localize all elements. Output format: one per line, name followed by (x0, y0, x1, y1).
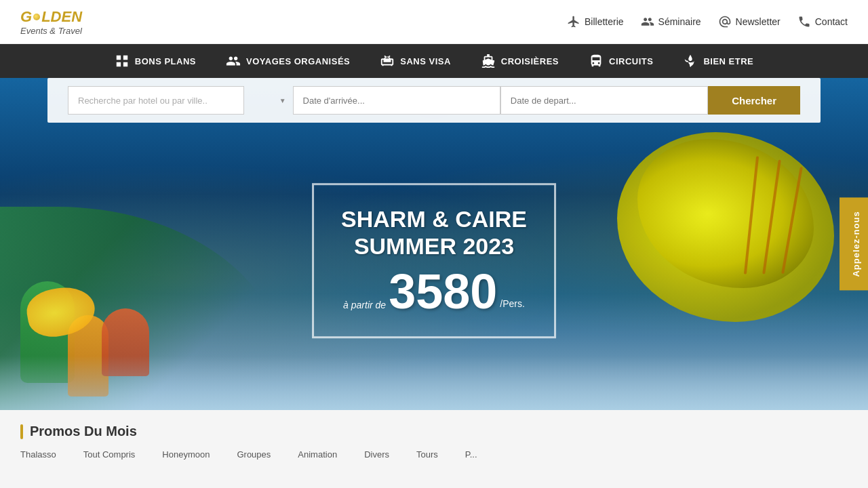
hero-title-line1: SHARM & CAIRE (341, 205, 527, 233)
people-icon (641, 15, 654, 28)
nav-bons-plans[interactable]: BONS PLANS (100, 44, 211, 78)
departure-date-input[interactable] (500, 86, 708, 115)
nav-croisieres[interactable]: CROISIÈRES (466, 44, 574, 78)
nav-circuits[interactable]: CIRCUITS (574, 44, 668, 78)
logo[interactable]: G LDEN Events & Travel (20, 8, 82, 36)
nav-sans-visa[interactable]: SANS VISA (365, 44, 466, 78)
hero-promo-box: SHARM & CAIRE SUMMER 2023 à partir de 35… (312, 183, 556, 339)
hero-section: Recherche par hotel ou par ville.. Cherc… (0, 78, 868, 410)
seminaire-link[interactable]: Séminaire (641, 15, 701, 28)
sofa-icon (380, 54, 395, 68)
call-button-label: Appelez-nous (851, 211, 861, 277)
tab-tout-compris[interactable]: Tout Compris (83, 449, 136, 464)
nav-voyages-organises[interactable]: VOYAGES ORGANISÉS (211, 44, 365, 78)
hero-per-label: /Pers. (500, 298, 525, 316)
bottom-section: Promos Du Mois Thalasso Tout Compris Hon… (0, 410, 868, 488)
arrival-date-input[interactable] (293, 86, 500, 115)
site-header: G LDEN Events & Travel Billetterie Sémin… (0, 0, 868, 44)
logo-tagline: Events & Travel (20, 26, 82, 36)
hotel-search-select[interactable]: Recherche par hotel ou par ville.. (68, 86, 244, 115)
search-button[interactable]: Chercher (708, 86, 800, 115)
tab-thalasso[interactable]: Thalasso (20, 449, 56, 464)
bus-icon (589, 54, 604, 68)
main-navigation: BONS PLANS VOYAGES ORGANISÉS SANS VISA C… (0, 44, 868, 78)
tab-p[interactable]: P... (465, 449, 477, 464)
logo-dot (33, 14, 40, 20)
hero-title-line2: SUMMER 2023 (341, 233, 527, 261)
header-navigation: Billetterie Séminaire Newsletter Contact (567, 15, 848, 28)
people-nav-icon (226, 54, 241, 68)
plane-icon (567, 15, 580, 28)
call-button[interactable]: Appelez-nous (840, 197, 868, 290)
promos-title: Promos Du Mois (20, 424, 848, 439)
hotel-search-wrapper: Recherche par hotel ou par ville.. (68, 86, 293, 115)
logo-brand: G (20, 8, 32, 26)
tab-groupes[interactable]: Groupes (237, 449, 271, 464)
tab-divers[interactable]: Divers (364, 449, 389, 464)
logo-brand-rest: LDEN (41, 8, 82, 26)
tab-tours[interactable]: Tours (416, 449, 438, 464)
newsletter-link[interactable]: Newsletter (718, 15, 781, 28)
hero-price-row: à partir de 3580 /Pers. (341, 267, 527, 316)
promos-tabs: Thalasso Tout Compris Honeymoon Groupes … (20, 449, 848, 464)
hero-from-label: à partir de (343, 300, 386, 310)
promos-bar-accent (20, 424, 23, 439)
hero-price: 3580 (389, 267, 497, 316)
tab-honeymoon[interactable]: Honeymoon (162, 449, 210, 464)
at-icon (718, 15, 732, 28)
contact-link[interactable]: Contact (797, 15, 848, 28)
promos-label: Promos Du Mois (30, 424, 137, 439)
nav-bien-etre[interactable]: BIEN ETRE (668, 44, 768, 78)
phone-icon (797, 15, 811, 28)
spa-icon (683, 54, 698, 68)
tab-animation[interactable]: Animation (298, 449, 337, 464)
billetterie-link[interactable]: Billetterie (567, 15, 624, 28)
search-bar: Recherche par hotel ou par ville.. Cherc… (47, 78, 821, 123)
grid-icon (115, 54, 130, 68)
ship-icon (481, 54, 496, 68)
